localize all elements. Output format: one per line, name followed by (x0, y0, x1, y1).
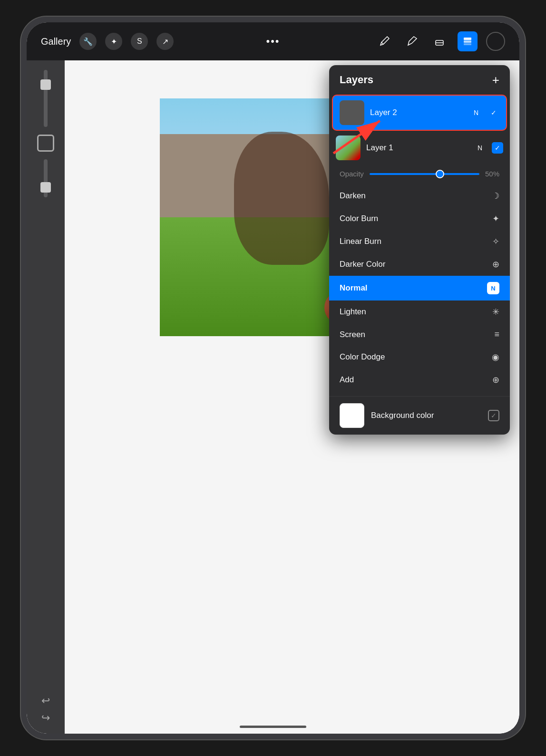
blend-darken[interactable]: Darken ☽ (329, 184, 510, 207)
redo-button[interactable]: ↪ (41, 712, 50, 724)
blend-color-dodge[interactable]: Color Dodge ◉ (329, 346, 510, 368)
layer-item-1[interactable]: Layer 1 N ✓ (329, 131, 510, 165)
layer-2-visibility[interactable]: ✓ (488, 107, 499, 118)
screen-icon: ≡ (494, 330, 499, 339)
blend-add[interactable]: Add ⊕ (329, 368, 510, 391)
opacity-slider-thumb (436, 170, 444, 178)
layer-1-visibility[interactable]: ✓ (492, 142, 503, 154)
opacity-slider-sidebar[interactable] (44, 159, 48, 197)
layers-title: Layers (340, 74, 373, 86)
background-color-row[interactable]: Background color ✓ (329, 396, 510, 435)
layer-1-name: Layer 1 (366, 143, 472, 153)
svg-line-0 (381, 42, 383, 44)
blend-normal[interactable]: Normal N (329, 276, 510, 300)
top-bar-left: Gallery 🔧 ✦ S ↗ (41, 33, 174, 50)
add-icon: ⊕ (492, 375, 499, 385)
top-bar-right (375, 31, 505, 51)
layer-1-mode: N (478, 144, 482, 152)
layers-header: Layers + (329, 65, 510, 95)
blend-lighten[interactable]: Lighten ✳ (329, 300, 510, 323)
background-color-swatch[interactable] (340, 403, 364, 428)
tablet-screen: Gallery 🔧 ✦ S ↗ ••• (27, 22, 519, 734)
avatar[interactable] (486, 32, 505, 51)
color-burn-icon: ✦ (492, 213, 499, 224)
layer-1-thumbnail (336, 136, 361, 160)
layer-2-thumbnail (340, 100, 364, 125)
brush-icon[interactable] (375, 32, 394, 51)
brush-size-slider[interactable] (44, 70, 48, 127)
tablet-frame: Gallery 🔧 ✦ S ↗ ••• (21, 17, 525, 739)
blend-linear-burn[interactable]: Linear Burn ✧ (329, 230, 510, 253)
dots-menu[interactable]: ••• (266, 35, 280, 48)
top-bar-center: ••• (266, 35, 280, 48)
background-color-checkbox[interactable]: ✓ (488, 410, 499, 421)
wrench-icon[interactable]: 🔧 (79, 33, 97, 50)
blend-color-burn[interactable]: Color Burn ✦ (329, 207, 510, 230)
magic-icon[interactable]: ✦ (105, 33, 122, 50)
svg-rect-3 (464, 38, 471, 40)
blend-screen[interactable]: Screen ≡ (329, 323, 510, 346)
top-bar: Gallery 🔧 ✦ S ↗ ••• (27, 22, 519, 60)
color-dodge-icon: ◉ (492, 352, 499, 362)
main-area: ↩ ↪ (27, 60, 519, 734)
dog-silhouette (234, 132, 329, 265)
darken-icon: ☽ (492, 191, 499, 201)
layer-2-name: Layer 2 (370, 108, 468, 117)
svg-rect-4 (464, 40, 471, 43)
opacity-slider[interactable] (370, 173, 479, 175)
svg-rect-5 (464, 43, 471, 45)
darker-color-icon: ⊕ (492, 259, 499, 270)
eraser-icon[interactable] (430, 32, 449, 51)
size-slider-thumb (40, 79, 51, 90)
layers-button[interactable] (458, 31, 478, 51)
layer-2-mode: N (474, 109, 478, 116)
blend-darker-color[interactable]: Darker Color ⊕ (329, 253, 510, 276)
background-color-label: Background color (371, 411, 481, 420)
home-indicator (240, 726, 306, 728)
layer-item-2[interactable]: Layer 2 N ✓ (332, 95, 507, 131)
transform-icon[interactable]: ↗ (156, 33, 174, 50)
opacity-slider-thumb (40, 182, 51, 193)
selection-icon[interactable]: S (131, 33, 148, 50)
size-slider-track (44, 70, 48, 127)
linear-burn-icon: ✧ (492, 236, 499, 247)
normal-icon: N (487, 282, 499, 294)
smudge-icon[interactable] (402, 32, 421, 51)
opacity-label: Opacity (340, 170, 364, 178)
add-layer-button[interactable]: + (492, 74, 499, 86)
undo-redo-group: ↩ ↪ (41, 695, 50, 724)
opacity-value: 50% (485, 170, 499, 178)
color-square[interactable] (37, 135, 54, 152)
blend-modes-list: Darken ☽ Color Burn ✦ Linear Burn ✧ Dark… (329, 184, 510, 396)
lighten-icon: ✳ (492, 307, 499, 317)
layers-panel: Layers + Layer 2 N ✓ Layer 1 N ✓ (329, 65, 510, 435)
left-sidebar: ↩ ↪ (27, 60, 65, 734)
undo-button[interactable]: ↩ (41, 695, 50, 707)
opacity-row: Opacity 50% (329, 165, 510, 184)
gallery-button[interactable]: Gallery (41, 36, 71, 47)
